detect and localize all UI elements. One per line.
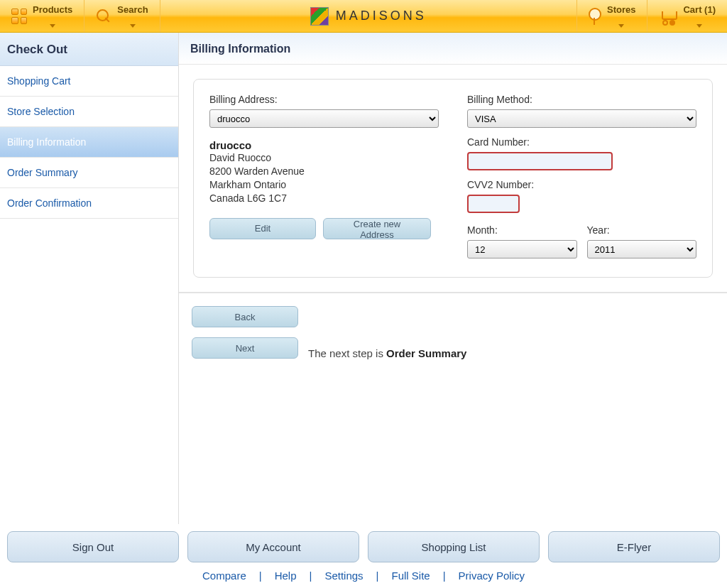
sidebar-item-cart[interactable]: Shopping Cart	[0, 66, 178, 97]
cart-icon	[659, 9, 677, 24]
next-step-prefix: The next step is	[308, 347, 386, 359]
top-nav: Products Search MADISONS Stores Cart (1)	[0, 0, 727, 33]
card-number-label: Card Number:	[467, 136, 696, 148]
address-nickname: druocco	[209, 139, 439, 151]
chevron-down-icon	[50, 24, 55, 28]
nav-products[interactable]: Products	[0, 0, 84, 32]
nav-search[interactable]: Search	[84, 0, 160, 32]
pin-icon	[589, 8, 601, 25]
billing-address-col: Billing Address: druocco druocco David R…	[209, 91, 439, 258]
address-city: Markham Ontario	[209, 178, 439, 192]
link-privacy[interactable]: Privacy Policy	[459, 570, 525, 582]
checkout-sidebar: Check Out Shopping Cart Store Selection …	[0, 33, 179, 524]
year-select[interactable]: 2011	[587, 240, 697, 258]
nav-search-label: Search	[117, 5, 148, 14]
create-address-button[interactable]: Create new Address	[323, 218, 431, 239]
nav-buttons: Back Next The next step is Order Summary	[192, 306, 714, 369]
nav-cart-label: Cart (1)	[683, 5, 716, 14]
address-fullname: David Ruocco	[209, 151, 439, 165]
next-button[interactable]: Next	[192, 337, 298, 359]
next-step-strong: Order Summary	[386, 347, 466, 359]
address-street: 8200 Warden Avenue	[209, 165, 439, 178]
chevron-down-icon	[130, 24, 136, 28]
next-step-text: The next step is Order Summary	[308, 347, 466, 359]
logo-icon	[310, 7, 329, 26]
cvv-input[interactable]	[467, 195, 520, 213]
link-sep: |	[259, 570, 262, 582]
month-select[interactable]: 12	[467, 240, 577, 258]
link-settings[interactable]: Settings	[324, 570, 363, 582]
footer-myaccount[interactable]: My Account	[187, 531, 359, 562]
billing-method-col: Billing Method: VISA Card Number: CVV2 N…	[467, 91, 696, 258]
link-sep: |	[376, 570, 379, 582]
billing-method-label: Billing Method:	[467, 94, 696, 105]
brand-name: MADISONS	[336, 9, 427, 23]
nav-stores-label: Stores	[607, 5, 635, 14]
nav-cart[interactable]: Cart (1)	[647, 0, 727, 32]
address-country: Canada L6G 1C7	[209, 192, 439, 205]
cvv-label: CVV2 Number:	[467, 179, 696, 190]
footer: Sign Out My Account Shopping List E-Flye…	[0, 524, 727, 588]
link-sep: |	[310, 570, 312, 582]
chevron-down-icon	[696, 24, 702, 28]
billing-panel: Billing Address: druocco druocco David R…	[193, 79, 713, 278]
sidebar-item-store[interactable]: Store Selection	[0, 97, 178, 127]
year-label: Year:	[587, 224, 697, 236]
sidebar-item-billing[interactable]: Billing Information	[0, 127, 178, 158]
footer-signout[interactable]: Sign Out	[7, 531, 179, 562]
back-button[interactable]: Back	[192, 306, 298, 327]
sidebar-item-confirmation[interactable]: Order Confirmation	[0, 188, 178, 219]
edit-address-button[interactable]: Edit	[209, 218, 316, 239]
divider	[179, 292, 727, 293]
nav-products-label: Products	[33, 5, 72, 14]
month-label: Month:	[467, 224, 577, 236]
link-compare[interactable]: Compare	[202, 570, 246, 582]
search-icon	[96, 9, 111, 24]
chevron-down-icon	[618, 24, 624, 28]
billing-address-label: Billing Address:	[209, 94, 439, 105]
sidebar-title: Check Out	[0, 33, 178, 66]
nav-logo-area: MADISONS	[160, 0, 576, 32]
billing-address-select[interactable]: druocco	[209, 109, 439, 128]
content-area: Billing Information Billing Address: dru…	[179, 33, 727, 524]
footer-shoppinglist[interactable]: Shopping List	[368, 531, 540, 562]
footer-links: Compare | Help | Settings | Full Site | …	[0, 570, 727, 582]
billing-method-select[interactable]: VISA	[467, 109, 696, 128]
link-sep: |	[443, 570, 446, 582]
link-help[interactable]: Help	[275, 570, 297, 582]
link-fullsite[interactable]: Full Site	[392, 570, 430, 582]
content-header: Billing Information	[179, 33, 727, 65]
footer-eflyer[interactable]: E-Flyer	[548, 531, 720, 562]
card-number-input[interactable]	[467, 152, 613, 170]
sidebar-item-summary[interactable]: Order Summary	[0, 158, 178, 188]
products-icon	[11, 9, 27, 24]
nav-stores[interactable]: Stores	[576, 0, 647, 32]
brand-logo[interactable]: MADISONS	[310, 7, 427, 26]
